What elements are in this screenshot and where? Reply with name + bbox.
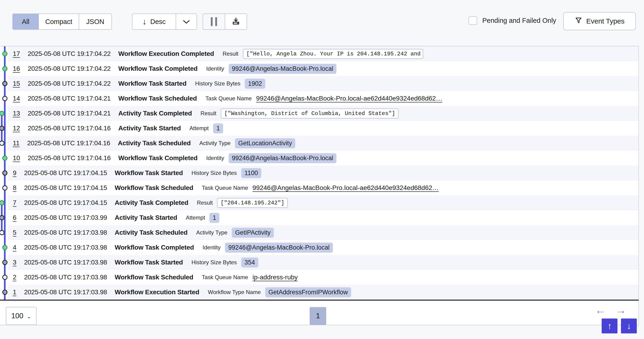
event-id-link[interactable]: 4 <box>13 244 16 251</box>
event-id-link[interactable]: 11 <box>13 139 20 147</box>
pending-failed-checkbox[interactable] <box>468 16 477 25</box>
event-name: Activity Task Completed <box>118 110 192 117</box>
attribute-value-badge: 99246@Angelas-MacBook-Pro.local <box>229 153 337 163</box>
event-row[interactable]: 112025-05-08 UTC 19:17:04.16Activity Tas… <box>8 136 638 151</box>
event-id-link[interactable]: 9 <box>13 169 16 177</box>
event-name: Activity Task Started <box>115 214 177 221</box>
attribute-label: Task Queue Name <box>202 185 248 191</box>
event-row[interactable]: 22025-05-08 UTC 19:17:03.98Workflow Task… <box>8 270 638 285</box>
sort-order-button[interactable]: ↓ Desc <box>132 14 176 29</box>
event-id-link[interactable]: 1 <box>13 288 16 296</box>
event-marker-completed <box>2 245 8 250</box>
download-button[interactable] <box>225 14 246 29</box>
event-marker-completed <box>2 51 8 56</box>
event-row[interactable]: 12025-05-08 UTC 19:17:03.98Workflow Exec… <box>8 285 638 300</box>
event-row[interactable]: 102025-05-08 UTC 19:17:04.16Workflow Tas… <box>8 151 638 166</box>
view-mode-group: All Compact JSON <box>12 14 112 30</box>
event-marker-started <box>2 81 8 86</box>
attribute-value-link[interactable]: ip-address-ruby <box>252 273 298 281</box>
previous-page-button[interactable]: ← <box>595 305 606 315</box>
event-id-link[interactable]: 5 <box>13 229 16 236</box>
event-row[interactable]: 72025-05-08 UTC 19:17:04.15Activity Task… <box>8 195 638 210</box>
page-size-value: 100 <box>11 312 23 320</box>
event-id-link[interactable]: 8 <box>13 184 16 192</box>
event-id-link[interactable]: 15 <box>13 80 20 87</box>
event-row[interactable]: 62025-05-08 UTC 19:17:03.99Activity Task… <box>8 210 638 225</box>
page-size-select[interactable]: 100 ⌄ <box>6 307 36 325</box>
arrow-down-icon: ↓ <box>627 321 631 331</box>
event-row[interactable]: 42025-05-08 UTC 19:17:03.98Workflow Task… <box>8 240 638 255</box>
event-row[interactable]: 132025-05-08 UTC 19:17:04.21Activity Tas… <box>8 106 638 121</box>
tab-all[interactable]: All <box>13 14 38 29</box>
event-timestamp: 2025-05-08 UTC 19:17:04.16 <box>28 125 110 132</box>
event-row[interactable]: 152025-05-08 UTC 19:17:04.22Workflow Tas… <box>8 76 638 91</box>
event-id-link[interactable]: 6 <box>13 214 16 221</box>
filter-funnel-icon <box>575 17 582 26</box>
event-types-button[interactable]: Event Types <box>563 12 636 30</box>
page-number-button[interactable]: 1 <box>310 307 326 325</box>
event-name: Workflow Execution Completed <box>118 50 214 58</box>
pagination-bar: 100 ⌄ 1 ← → <box>0 300 639 325</box>
attribute-value-code: ["Hello, Angela Zhou. Your IP is 204.148… <box>243 49 423 59</box>
pause-button[interactable] <box>203 14 225 29</box>
event-row[interactable]: 32025-05-08 UTC 19:17:03.98Workflow Task… <box>8 255 638 270</box>
event-row[interactable]: 162025-05-08 UTC 19:17:04.22Workflow Tas… <box>8 61 638 76</box>
event-id-link[interactable]: 3 <box>13 259 16 266</box>
event-name: Activity Task Completed <box>115 199 188 206</box>
attribute-label: Activity Type <box>196 229 227 236</box>
tab-compact[interactable]: Compact <box>38 14 79 29</box>
event-row[interactable]: 172025-05-08 UTC 19:17:04.22Workflow Exe… <box>8 46 638 61</box>
attribute-label: Result <box>200 110 216 117</box>
attribute-value-link[interactable]: 99246@Angelas-MacBook-Pro.local-ae62d440… <box>252 184 439 192</box>
event-row[interactable]: 52025-05-08 UTC 19:17:03.98Activity Task… <box>8 225 638 240</box>
attribute-value-badge: 1 <box>213 123 223 133</box>
attribute-value-code: ["204.148.195.242"] <box>217 198 288 208</box>
download-icon <box>232 17 240 27</box>
event-timestamp: 2025-05-08 UTC 19:17:04.15 <box>24 199 107 206</box>
event-id-link[interactable]: 12 <box>13 125 20 132</box>
event-id-link[interactable]: 17 <box>13 50 20 58</box>
event-marker-scheduled <box>2 96 8 101</box>
sort-order-group: ↓ Desc <box>132 14 197 30</box>
event-row[interactable]: 122025-05-08 UTC 19:17:04.16Activity Tas… <box>8 121 638 136</box>
event-row[interactable]: 92025-05-08 UTC 19:17:04.15Workflow Task… <box>8 166 638 180</box>
event-timestamp: 2025-05-08 UTC 19:17:03.98 <box>24 273 107 281</box>
event-name: Workflow Task Completed <box>115 244 194 251</box>
attribute-label: Identity <box>206 155 224 161</box>
arrow-up-icon: ↑ <box>608 321 612 331</box>
event-id-link[interactable]: 10 <box>13 154 20 162</box>
attribute-value-link[interactable]: 99246@Angelas-MacBook-Pro.local-ae62d440… <box>256 95 442 102</box>
event-timestamp: 2025-05-08 UTC 19:17:04.22 <box>28 80 110 87</box>
event-timestamp: 2025-05-08 UTC 19:17:03.98 <box>24 288 107 296</box>
tab-json[interactable]: JSON <box>79 14 112 29</box>
attribute-label: Activity Type <box>200 140 230 146</box>
event-id-link[interactable]: 2 <box>13 273 16 281</box>
event-id-link[interactable]: 16 <box>13 65 20 72</box>
next-page-button[interactable]: → <box>616 305 626 315</box>
attribute-value-badge: GetLocationActivity <box>235 138 295 148</box>
attribute-value-badge: 1902 <box>245 79 265 89</box>
scroll-to-top-button[interactable]: ↑ <box>602 318 618 333</box>
event-row[interactable]: 82025-05-08 UTC 19:17:04.15Workflow Task… <box>8 180 638 195</box>
sort-order-menu-button[interactable] <box>176 14 196 29</box>
event-id-link[interactable]: 13 <box>13 110 20 117</box>
chevron-down-icon <box>183 18 190 26</box>
attribute-label: Attempt <box>186 214 205 221</box>
event-timestamp: 2025-05-08 UTC 19:17:04.21 <box>28 95 110 102</box>
event-timestamp: 2025-05-08 UTC 19:17:04.15 <box>24 184 107 192</box>
arrow-left-icon: ← <box>595 304 606 316</box>
workflow-history-page: All Compact JSON ↓ Desc <box>0 0 644 339</box>
event-name: Workflow Task Started <box>115 259 183 266</box>
attribute-label: Attempt <box>190 125 209 132</box>
event-id-link[interactable]: 14 <box>13 95 20 102</box>
event-marker-started <box>2 290 8 295</box>
scroll-to-bottom-button[interactable]: ↓ <box>621 318 637 333</box>
attribute-value-badge: 99246@Angelas-MacBook-Pro.local <box>229 64 337 74</box>
event-name: Activity Task Scheduled <box>115 229 188 236</box>
event-timestamp: 2025-05-08 UTC 19:17:04.21 <box>28 110 110 117</box>
tab-all-label: All <box>22 18 29 26</box>
event-row[interactable]: 142025-05-08 UTC 19:17:04.21Workflow Tas… <box>8 91 638 106</box>
event-name: Workflow Task Scheduled <box>115 273 193 281</box>
event-id-link[interactable]: 7 <box>13 199 16 206</box>
event-timestamp: 2025-05-08 UTC 19:17:03.98 <box>24 229 107 236</box>
